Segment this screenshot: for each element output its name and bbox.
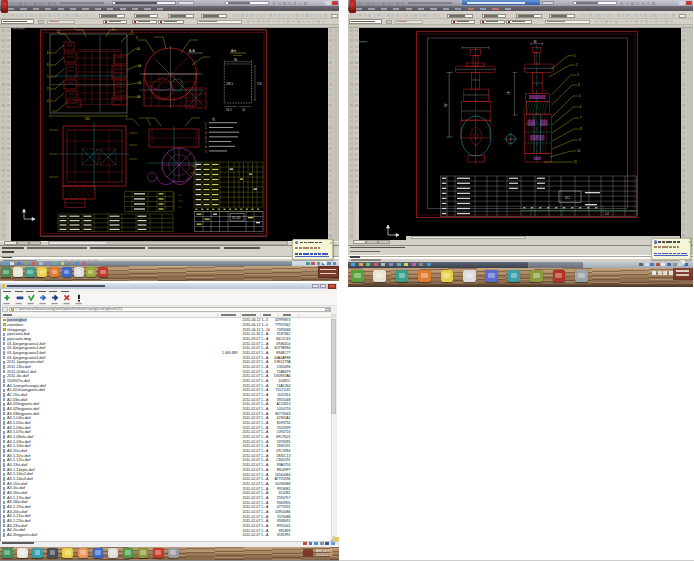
svg-text:2.: 2.: [205, 126, 207, 130]
svg-text:5: 5: [579, 94, 581, 98]
svg-text:6.: 6.: [205, 145, 207, 149]
svg-text:注: 注: [211, 117, 215, 121]
svg-text:6: 6: [579, 105, 581, 109]
svg-text:16.5: 16.5: [226, 108, 232, 112]
svg-text:36: 36: [533, 40, 537, 44]
svg-text:9: 9: [579, 138, 581, 142]
svg-text:78: 78: [507, 91, 511, 95]
svg-text:92: 92: [443, 103, 447, 107]
svg-text:11: 11: [137, 47, 140, 51]
svg-text:86: 86: [234, 58, 238, 62]
svg-text:14: 14: [137, 95, 141, 99]
svg-text:2: 2: [576, 63, 578, 67]
svg-text:2: 2: [47, 87, 49, 91]
svg-text:XC20: XC20: [232, 216, 241, 220]
svg-text:10: 10: [138, 81, 142, 85]
svg-text:7: 7: [580, 116, 582, 120]
svg-text:8: 8: [580, 127, 582, 131]
svg-text:5: 5: [47, 75, 49, 79]
svg-text:210: 210: [85, 117, 90, 121]
svg-text:5: 5: [136, 36, 138, 40]
svg-text:XC: XC: [565, 196, 570, 200]
svg-text:10: 10: [242, 108, 246, 112]
svg-text:12: 12: [57, 30, 61, 34]
svg-text:A向: A向: [231, 49, 236, 53]
svg-text:8: 8: [47, 63, 49, 67]
svg-text:□□ □□□: □□ □□□: [13, 27, 24, 31]
svg-text:1: 1: [574, 54, 576, 58]
svg-text:3: 3: [577, 73, 579, 77]
svg-text:174: 174: [257, 82, 262, 86]
svg-text:13: 13: [138, 64, 142, 68]
svg-text:4: 4: [47, 99, 49, 103]
svg-text:A-A: A-A: [189, 49, 195, 53]
svg-text:5.: 5.: [205, 140, 207, 144]
svg-text:188.5: 188.5: [226, 82, 233, 86]
svg-text:3.: 3.: [205, 131, 207, 135]
svg-text:11: 11: [574, 160, 577, 164]
svg-text:1.: 1.: [205, 122, 207, 126]
svg-text:6: 6: [47, 51, 49, 55]
svg-text:4: 4: [578, 83, 580, 87]
svg-text:7.: 7.: [205, 150, 207, 154]
svg-text:9: 9: [131, 30, 133, 34]
svg-text:4.: 4.: [205, 136, 207, 140]
svg-text:10: 10: [577, 149, 581, 153]
svg-text:1:2: 1:2: [605, 212, 609, 216]
